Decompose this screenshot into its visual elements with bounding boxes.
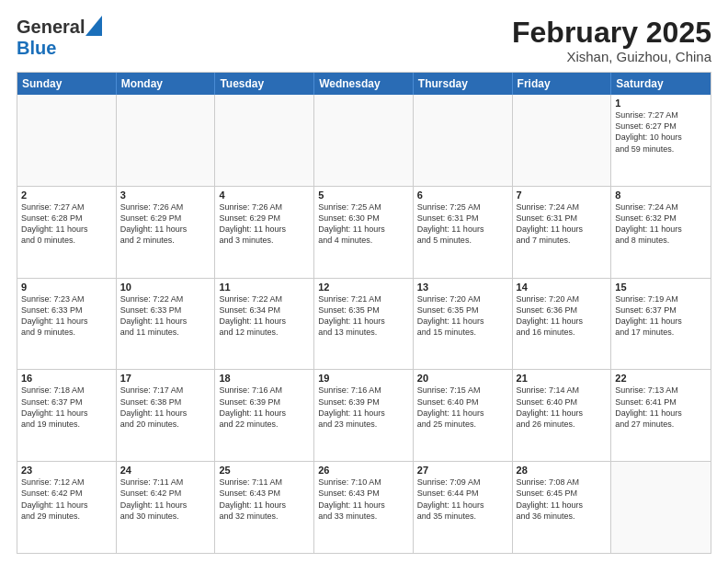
calendar-day-21: 21Sunrise: 7:14 AM Sunset: 6:40 PM Dayli… xyxy=(513,370,612,461)
day-number: 12 xyxy=(318,282,409,293)
calendar-day-12: 12Sunrise: 7:21 AM Sunset: 6:35 PM Dayli… xyxy=(314,279,414,370)
day-info: Sunrise: 7:09 AM Sunset: 6:44 PM Dayligh… xyxy=(417,477,508,522)
day-info: Sunrise: 7:23 AM Sunset: 6:33 PM Dayligh… xyxy=(21,293,112,339)
calendar-day-7: 7Sunrise: 7:24 AM Sunset: 6:31 PM Daylig… xyxy=(513,187,612,278)
day-number: 11 xyxy=(219,282,310,293)
calendar-day-3: 3Sunrise: 7:26 AM Sunset: 6:29 PM Daylig… xyxy=(117,187,216,278)
day-info: Sunrise: 7:22 AM Sunset: 6:33 PM Dayligh… xyxy=(120,293,211,339)
calendar-day-9: 9Sunrise: 7:23 AM Sunset: 6:33 PM Daylig… xyxy=(17,279,117,370)
day-info: Sunrise: 7:14 AM Sunset: 6:40 PM Dayligh… xyxy=(517,385,608,430)
calendar-header-thursday: Thursday xyxy=(414,73,513,95)
day-number: 25 xyxy=(219,465,310,476)
calendar-day-empty xyxy=(215,95,314,186)
calendar-day-empty xyxy=(314,95,414,186)
calendar-day-19: 19Sunrise: 7:16 AM Sunset: 6:39 PM Dayli… xyxy=(314,370,414,461)
day-number: 28 xyxy=(517,465,608,476)
calendar-week-2: 2Sunrise: 7:27 AM Sunset: 6:28 PM Daylig… xyxy=(17,186,711,278)
calendar-header-tuesday: Tuesday xyxy=(215,73,314,95)
calendar-day-8: 8Sunrise: 7:24 AM Sunset: 6:32 PM Daylig… xyxy=(611,187,711,278)
svg-marker-0 xyxy=(85,16,102,36)
calendar-day-22: 22Sunrise: 7:13 AM Sunset: 6:41 PM Dayli… xyxy=(611,370,711,461)
logo-general: General xyxy=(17,17,85,38)
day-info: Sunrise: 7:08 AM Sunset: 6:45 PM Dayligh… xyxy=(517,477,608,522)
calendar: SundayMondayTuesdayWednesdayThursdayFrid… xyxy=(17,72,711,554)
day-info: Sunrise: 7:26 AM Sunset: 6:29 PM Dayligh… xyxy=(219,201,310,247)
day-number: 6 xyxy=(417,190,508,201)
calendar-day-5: 5Sunrise: 7:25 AM Sunset: 6:30 PM Daylig… xyxy=(314,187,414,278)
day-info: Sunrise: 7:11 AM Sunset: 6:42 PM Dayligh… xyxy=(120,477,211,522)
calendar-day-empty xyxy=(414,95,513,186)
month-year: February 2025 xyxy=(512,17,711,49)
calendar-day-10: 10Sunrise: 7:22 AM Sunset: 6:33 PM Dayli… xyxy=(117,279,216,370)
day-info: Sunrise: 7:16 AM Sunset: 6:39 PM Dayligh… xyxy=(219,385,310,430)
day-number: 17 xyxy=(120,373,211,384)
day-info: Sunrise: 7:11 AM Sunset: 6:43 PM Dayligh… xyxy=(219,477,310,522)
day-number: 20 xyxy=(417,373,508,384)
calendar-day-18: 18Sunrise: 7:16 AM Sunset: 6:39 PM Dayli… xyxy=(215,370,314,461)
calendar-body: 1Sunrise: 7:27 AM Sunset: 6:27 PM Daylig… xyxy=(17,95,711,553)
calendar-header-saturday: Saturday xyxy=(611,73,711,95)
calendar-week-4: 16Sunrise: 7:18 AM Sunset: 6:37 PM Dayli… xyxy=(17,369,711,461)
calendar-day-13: 13Sunrise: 7:20 AM Sunset: 6:35 PM Dayli… xyxy=(414,279,513,370)
title-block: February 2025 Xishan, Guizhou, China xyxy=(512,17,711,64)
calendar-day-6: 6Sunrise: 7:25 AM Sunset: 6:31 PM Daylig… xyxy=(414,187,513,278)
day-info: Sunrise: 7:18 AM Sunset: 6:37 PM Dayligh… xyxy=(21,385,112,430)
day-number: 22 xyxy=(615,373,707,384)
day-number: 4 xyxy=(219,190,310,201)
calendar-day-1: 1Sunrise: 7:27 AM Sunset: 6:27 PM Daylig… xyxy=(611,95,711,186)
calendar-header-wednesday: Wednesday xyxy=(314,73,414,95)
calendar-day-24: 24Sunrise: 7:11 AM Sunset: 6:42 PM Dayli… xyxy=(117,462,216,553)
calendar-day-2: 2Sunrise: 7:27 AM Sunset: 6:28 PM Daylig… xyxy=(17,187,117,278)
day-info: Sunrise: 7:20 AM Sunset: 6:35 PM Dayligh… xyxy=(417,293,508,339)
day-info: Sunrise: 7:25 AM Sunset: 6:31 PM Dayligh… xyxy=(417,201,508,247)
calendar-day-empty xyxy=(611,462,711,553)
day-number: 9 xyxy=(21,282,112,293)
day-info: Sunrise: 7:27 AM Sunset: 6:27 PM Dayligh… xyxy=(615,109,707,155)
location: Xishan, Guizhou, China xyxy=(512,49,711,64)
day-info: Sunrise: 7:20 AM Sunset: 6:36 PM Dayligh… xyxy=(517,293,608,339)
day-number: 21 xyxy=(517,373,608,384)
calendar-day-16: 16Sunrise: 7:18 AM Sunset: 6:37 PM Dayli… xyxy=(17,370,117,461)
calendar-header-friday: Friday xyxy=(513,73,612,95)
calendar-day-11: 11Sunrise: 7:22 AM Sunset: 6:34 PM Dayli… xyxy=(215,279,314,370)
calendar-day-empty xyxy=(117,95,216,186)
calendar-day-17: 17Sunrise: 7:17 AM Sunset: 6:38 PM Dayli… xyxy=(117,370,216,461)
day-info: Sunrise: 7:27 AM Sunset: 6:28 PM Dayligh… xyxy=(21,201,112,247)
calendar-header-sunday: Sunday xyxy=(17,73,117,95)
calendar-day-23: 23Sunrise: 7:12 AM Sunset: 6:42 PM Dayli… xyxy=(17,462,117,553)
calendar-day-4: 4Sunrise: 7:26 AM Sunset: 6:29 PM Daylig… xyxy=(215,187,314,278)
calendar-day-20: 20Sunrise: 7:15 AM Sunset: 6:40 PM Dayli… xyxy=(414,370,513,461)
day-number: 5 xyxy=(318,190,409,201)
day-info: Sunrise: 7:19 AM Sunset: 6:37 PM Dayligh… xyxy=(615,293,707,339)
calendar-day-14: 14Sunrise: 7:20 AM Sunset: 6:36 PM Dayli… xyxy=(513,279,612,370)
day-number: 14 xyxy=(517,282,608,293)
day-number: 15 xyxy=(615,282,707,293)
calendar-day-empty xyxy=(17,95,117,186)
day-number: 8 xyxy=(615,190,707,201)
day-info: Sunrise: 7:10 AM Sunset: 6:43 PM Dayligh… xyxy=(318,477,409,522)
day-number: 13 xyxy=(417,282,508,293)
day-number: 24 xyxy=(120,465,211,476)
calendar-day-15: 15Sunrise: 7:19 AM Sunset: 6:37 PM Dayli… xyxy=(611,279,711,370)
day-info: Sunrise: 7:13 AM Sunset: 6:41 PM Dayligh… xyxy=(615,385,707,430)
day-number: 26 xyxy=(318,465,409,476)
day-number: 27 xyxy=(417,465,508,476)
day-info: Sunrise: 7:24 AM Sunset: 6:32 PM Dayligh… xyxy=(615,201,707,247)
calendar-week-1: 1Sunrise: 7:27 AM Sunset: 6:27 PM Daylig… xyxy=(17,95,711,186)
day-number: 23 xyxy=(21,465,112,476)
header: General Blue February 2025 Xishan, Guizh… xyxy=(17,17,711,64)
day-info: Sunrise: 7:12 AM Sunset: 6:42 PM Dayligh… xyxy=(21,477,112,522)
day-number: 3 xyxy=(120,190,211,201)
day-info: Sunrise: 7:22 AM Sunset: 6:34 PM Dayligh… xyxy=(219,293,310,339)
day-number: 1 xyxy=(615,98,707,109)
calendar-header-row: SundayMondayTuesdayWednesdayThursdayFrid… xyxy=(17,73,711,95)
logo-icon xyxy=(85,16,102,36)
calendar-day-27: 27Sunrise: 7:09 AM Sunset: 6:44 PM Dayli… xyxy=(414,462,513,553)
day-number: 16 xyxy=(21,373,112,384)
day-number: 19 xyxy=(318,373,409,384)
calendar-day-empty xyxy=(513,95,612,186)
logo-blue: Blue xyxy=(17,38,56,58)
day-number: 7 xyxy=(517,190,608,201)
calendar-day-25: 25Sunrise: 7:11 AM Sunset: 6:43 PM Dayli… xyxy=(215,462,314,553)
day-info: Sunrise: 7:16 AM Sunset: 6:39 PM Dayligh… xyxy=(318,385,409,430)
